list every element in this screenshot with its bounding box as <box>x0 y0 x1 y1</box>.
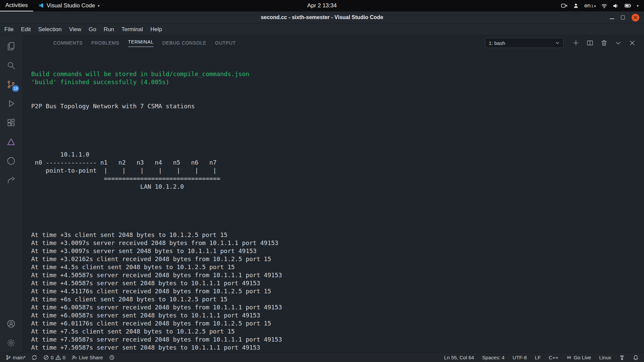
cursor-position-indicator[interactable]: Ln 55, Col 64 <box>444 355 474 360</box>
app-menu[interactable]: Visual Studio Code ▾ <box>33 0 104 11</box>
volume-icon[interactable] <box>613 3 619 9</box>
error-count: 0 <box>51 355 53 360</box>
git-branch-icon <box>5 355 11 360</box>
error-icon <box>43 355 49 360</box>
terminal-log-line: At time +4.50587s server received 2048 b… <box>31 271 644 279</box>
sync-icon <box>32 355 37 360</box>
activity-bar: 18 <box>0 35 22 352</box>
chevron-down-icon: ▾ <box>98 4 100 8</box>
menubar: File Edit Selection View Go Run Terminal… <box>0 24 644 35</box>
statusbar: main* 0 0 Live Share Ln 55, Col 64 Space… <box>0 352 644 362</box>
menu-run[interactable]: Run <box>100 24 118 35</box>
tab-output[interactable]: OUTPUT <box>211 35 240 51</box>
tower-broadcast-button[interactable] <box>619 355 625 360</box>
terminal-output[interactable]: Build commands will be stored in build/c… <box>22 51 644 352</box>
sync-changes-button[interactable] <box>32 355 37 360</box>
tab-terminal[interactable]: TERMINAL <box>124 35 158 51</box>
git-branch-label: main* <box>13 355 25 360</box>
statusbar-right: Ln 55, Col 64 Spaces: 4 UTF-8 LF C++ Go … <box>444 355 639 360</box>
chevron-down-icon: ▾ <box>594 4 596 8</box>
timeline-button[interactable] <box>109 355 115 360</box>
problems-indicator[interactable]: 0 0 <box>43 355 65 360</box>
explorer-icon[interactable] <box>0 37 22 56</box>
terminal-log-line: At time +3.0097s server sent 2048 bytes … <box>31 247 644 255</box>
chevron-down-icon <box>555 41 560 45</box>
user-status-icon[interactable] <box>573 3 579 9</box>
git-branch-indicator[interactable]: main* <box>5 355 25 360</box>
screen: Activities Visual Studio Code ▾ Apr 2 13… <box>0 0 644 362</box>
terminal-log-line: At time +3.0097s server received 2048 by… <box>31 239 644 247</box>
menu-edit[interactable]: Edit <box>17 24 34 35</box>
live-share-icon[interactable] <box>0 170 22 189</box>
maximize-panel-button[interactable] <box>614 39 622 47</box>
search-icon[interactable] <box>0 56 22 75</box>
github-icon[interactable] <box>0 151 22 170</box>
window-controls <box>610 11 639 23</box>
bell-icon <box>633 355 639 360</box>
menu-terminal[interactable]: Terminal <box>118 24 147 35</box>
terminal-build-lines: Build commands will be stored in build/c… <box>31 70 644 86</box>
maximize-button[interactable] <box>621 15 625 19</box>
accounts-icon[interactable] <box>0 314 22 333</box>
terminal-diagram-line: LAN 10.1.2.0 <box>31 183 644 191</box>
terminal-log-line: At time +4.5s client sent 2048 bytes to … <box>31 263 644 271</box>
terminal-intro-line: P2P Bus Topology Network with 7 CSMA sta… <box>31 102 644 110</box>
terminal-log-line: At time +4.50587s server sent 2048 bytes… <box>31 279 644 287</box>
indentation-indicator[interactable]: Spaces: 4 <box>482 355 504 360</box>
settings-gear-icon[interactable] <box>0 333 22 352</box>
run-debug-icon[interactable] <box>0 94 22 113</box>
activities-button[interactable]: Activities <box>0 0 33 11</box>
minimize-button[interactable] <box>610 18 614 19</box>
vscode-logo-icon <box>38 3 44 9</box>
gnome-clock[interactable]: Apr 2 13:34 <box>307 2 337 9</box>
history-icon <box>109 355 115 360</box>
split-terminal-button[interactable] <box>586 39 594 47</box>
menu-file[interactable]: File <box>1 24 17 35</box>
input-method-indicator[interactable]: en1 ▾ <box>584 2 596 9</box>
terminal-log-line: At time +3s client sent 2048 bytes to 10… <box>31 231 644 239</box>
terminal-select[interactable]: 1: bash <box>485 38 564 48</box>
source-control-icon[interactable]: 18 <box>0 75 22 94</box>
eol-indicator[interactable]: LF <box>535 355 541 360</box>
tab-debug-console[interactable]: DEBUG CONSOLE <box>158 35 211 51</box>
go-live-label: Go Live <box>574 355 591 360</box>
broadcast-icon <box>566 355 572 360</box>
os-indicator[interactable]: Linux <box>599 355 611 360</box>
battery-icon[interactable] <box>625 2 631 9</box>
menu-selection[interactable]: Selection <box>35 24 65 35</box>
terminal-diagram-line: n0 -------------- n1 n2 n3 n4 n5 n6 n7 <box>31 159 644 167</box>
live-share-status-icon <box>71 355 77 360</box>
live-share-button[interactable]: Live Share <box>71 355 103 360</box>
notifications-button[interactable] <box>633 355 639 360</box>
go-live-button[interactable]: Go Live <box>566 355 591 360</box>
antenna-icon <box>619 355 625 360</box>
vscode-titlebar: second.cc - sixth-semester - Visual Stud… <box>0 11 644 24</box>
window-title: second.cc - sixth-semester - Visual Stud… <box>261 14 383 20</box>
terminal-panel: COMMENTS PROBLEMS TERMINAL DEBUG CONSOLE… <box>22 35 644 352</box>
close-button[interactable] <box>632 14 639 21</box>
terminal-build-line: Build commands will be stored in build/c… <box>31 70 644 78</box>
menu-view[interactable]: View <box>65 24 85 35</box>
terminal-log-line: At time +7.50587s server received 2048 b… <box>31 336 644 344</box>
terminal-log-line: At time +6.00587s server received 2048 b… <box>31 303 644 311</box>
terminal-select-value: 1: bash <box>489 40 505 46</box>
new-terminal-button[interactable] <box>572 39 580 47</box>
network-icon[interactable] <box>601 3 607 9</box>
close-panel-button[interactable] <box>629 39 636 47</box>
blank-line <box>31 126 644 134</box>
menu-help[interactable]: Help <box>147 24 166 35</box>
screencast-icon[interactable] <box>561 2 568 9</box>
extensions-icon[interactable] <box>0 113 22 132</box>
language-mode-indicator[interactable]: C++ <box>549 355 558 360</box>
encoding-indicator[interactable]: UTF-8 <box>513 355 527 360</box>
warning-count: 0 <box>63 355 65 360</box>
tab-problems[interactable]: PROBLEMS <box>87 35 123 51</box>
menu-go[interactable]: Go <box>85 24 100 35</box>
terminal-log-line: At time +6s client sent 2048 bytes to 10… <box>31 295 644 303</box>
kill-terminal-button[interactable] <box>600 39 608 47</box>
tab-comments[interactable]: COMMENTS <box>49 35 87 51</box>
cmake-icon[interactable] <box>0 132 22 151</box>
chevron-down-icon[interactable]: ▾ <box>637 4 639 8</box>
terminal-log-line: At time +7.5s client sent 2048 bytes to … <box>31 327 644 336</box>
terminal-log-line: At time +6.00587s server sent 2048 bytes… <box>31 311 644 319</box>
